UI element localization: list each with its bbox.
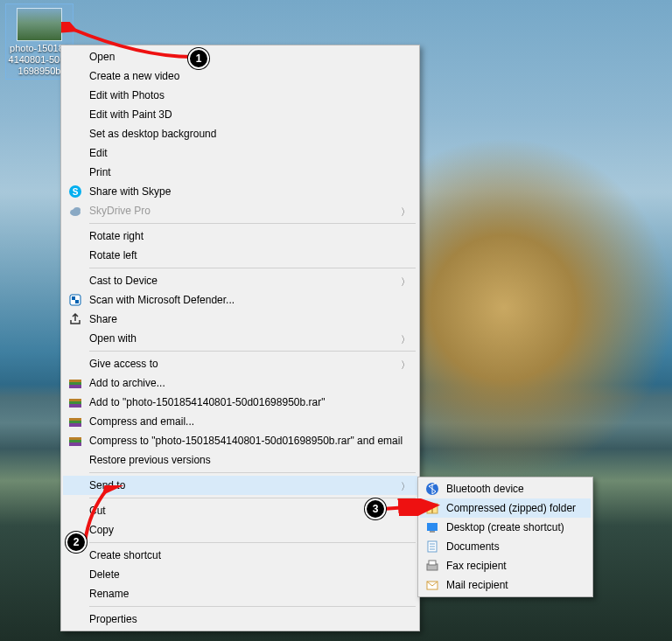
sendto-desktop-shortcut[interactable]: Desktop (create shortcut) <box>420 518 591 537</box>
menu-set-desktop-background[interactable]: Set as desktop background <box>63 124 417 143</box>
callout-badge-1: 1 <box>188 48 209 69</box>
winrar-icon <box>68 434 82 448</box>
menu-cast-to-device[interactable]: Cast to Device〉 <box>63 271 417 290</box>
menu-label: Set as desktop background <box>89 128 398 140</box>
share-icon <box>68 312 82 326</box>
callout-badge-2: 2 <box>66 532 87 553</box>
chevron-right-icon: 〉 <box>401 206 410 219</box>
menu-separator <box>89 606 416 607</box>
menu-label: Open <box>89 51 398 63</box>
menu-create-new-video[interactable]: Create a new video <box>63 66 417 86</box>
menu-open[interactable]: Open <box>63 47 417 66</box>
menu-label: Copy <box>89 524 398 536</box>
menu-label: Give access to <box>89 358 398 370</box>
svg-rect-19 <box>431 504 433 513</box>
menu-label: Restore previous versions <box>89 454 398 466</box>
winrar-icon <box>68 376 82 390</box>
menu-open-with[interactable]: Open with〉 <box>63 329 417 348</box>
menu-create-shortcut[interactable]: Create shortcut <box>63 546 417 565</box>
svg-rect-13 <box>69 421 81 423</box>
menu-send-to[interactable]: Send to〉 <box>63 476 417 495</box>
menu-winrar-add-to-named[interactable]: Add to "photo-1501854140801-50d01698950b… <box>63 393 417 412</box>
desktop-icon <box>425 520 439 534</box>
menu-print[interactable]: Print <box>63 163 417 182</box>
menu-edit-with-paint3d[interactable]: Edit with Paint 3D <box>63 105 417 124</box>
sendto-compressed-zipped-folder[interactable]: Compressed (zipped) folder <box>420 498 591 518</box>
menu-label: Fax recipient <box>446 560 571 572</box>
svg-rect-10 <box>69 401 81 404</box>
menu-label: Compress to "photo-1501854140801-50d0169… <box>89 435 402 447</box>
menu-label: Mail recipient <box>446 579 571 591</box>
sendto-bluetooth[interactable]: Bluetooth device <box>420 479 591 498</box>
sendto-documents[interactable]: Documents <box>420 537 591 556</box>
menu-restore-previous-versions[interactable]: Restore previous versions <box>63 450 417 470</box>
menu-label: Bluetooth device <box>446 483 571 495</box>
menu-winrar-add-archive[interactable]: Add to archive... <box>63 373 417 393</box>
documents-icon <box>425 540 439 554</box>
bluetooth-icon <box>425 482 439 496</box>
svg-rect-27 <box>429 561 436 565</box>
fax-icon <box>425 559 439 573</box>
menu-scan-defender[interactable]: Scan with Microsoft Defender... <box>63 290 417 310</box>
menu-winrar-compress-email[interactable]: Compress and email... <box>63 412 417 431</box>
menu-label: Add to archive... <box>89 377 398 389</box>
menu-label: Create a new video <box>89 70 398 82</box>
menu-label: Rotate right <box>89 230 398 242</box>
menu-copy[interactable]: Copy <box>63 520 417 540</box>
menu-separator <box>89 542 416 543</box>
sendto-fax-recipient[interactable]: Fax recipient <box>420 556 591 575</box>
menu-label: Delete <box>89 568 398 581</box>
menu-separator <box>89 223 416 224</box>
menu-rotate-left[interactable]: Rotate left <box>63 246 417 265</box>
menu-share[interactable]: Share <box>63 310 417 329</box>
chevron-right-icon: 〉 <box>401 333 410 346</box>
callout-badge-3: 3 <box>365 498 386 519</box>
defender-shield-icon <box>68 293 82 307</box>
menu-label: Edit <box>89 147 398 159</box>
svg-rect-4 <box>70 295 80 305</box>
menu-label: Create shortcut <box>89 549 398 561</box>
menu-label: Edit with Photos <box>89 89 398 101</box>
menu-label: SkyDrive Pro <box>89 205 398 217</box>
menu-label: Share with Skype <box>89 185 398 198</box>
menu-winrar-compress-to-named-email[interactable]: Compress to "photo-1501854140801-50d0169… <box>63 431 417 450</box>
menu-edit-with-photos[interactable]: Edit with Photos <box>63 86 417 105</box>
menu-label: Compressed (zipped) folder <box>446 502 576 514</box>
menu-edit[interactable]: Edit <box>63 143 417 163</box>
menu-separator <box>89 498 416 498</box>
menu-skydrive-pro[interactable]: SkyDrive Pro 〉 <box>63 201 417 220</box>
menu-label: Scan with Microsoft Defender... <box>89 294 398 306</box>
menu-label: Desktop (create shortcut) <box>446 521 571 533</box>
menu-give-access-to[interactable]: Give access to〉 <box>63 354 417 373</box>
svg-text:S: S <box>73 187 79 197</box>
menu-rename[interactable]: Rename <box>63 584 417 603</box>
menu-rotate-right[interactable]: Rotate right <box>63 226 417 246</box>
menu-label: Cut <box>89 505 398 517</box>
svg-rect-12 <box>69 418 81 421</box>
menu-label: Properties <box>89 613 398 625</box>
menu-label: Send to <box>89 479 398 491</box>
menu-label: Documents <box>446 540 571 553</box>
sendto-mail-recipient[interactable]: Mail recipient <box>420 575 591 595</box>
skydrive-icon <box>68 204 82 218</box>
svg-rect-16 <box>69 440 81 442</box>
menu-delete[interactable]: Delete <box>63 565 417 584</box>
menu-separator <box>89 351 416 352</box>
menu-properties[interactable]: Properties <box>63 610 417 629</box>
svg-rect-9 <box>69 399 81 401</box>
svg-rect-21 <box>430 531 435 533</box>
menu-label: Edit with Paint 3D <box>89 108 398 121</box>
chevron-right-icon: 〉 <box>401 359 410 372</box>
menu-label: Cast to Device <box>89 275 398 287</box>
menu-share-with-skype[interactable]: S Share with Skype <box>63 182 417 201</box>
menu-label: Rename <box>89 588 398 600</box>
mail-icon <box>425 578 439 592</box>
menu-label: Print <box>89 166 398 178</box>
svg-point-3 <box>74 207 80 213</box>
chevron-right-icon: 〉 <box>401 480 410 493</box>
menu-separator <box>89 268 416 268</box>
menu-label: Open with <box>89 332 398 345</box>
menu-label: Rotate left <box>89 249 398 261</box>
file-thumbnail <box>17 8 62 41</box>
svg-rect-7 <box>69 382 81 385</box>
